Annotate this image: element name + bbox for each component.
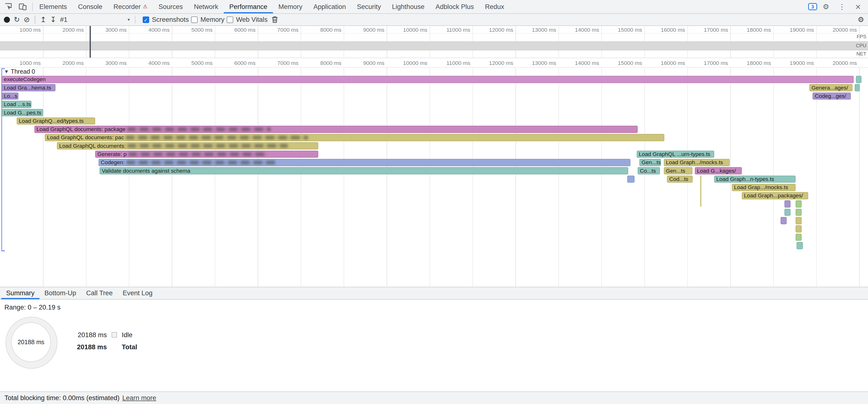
time-label: 12000 ms [474,27,513,33]
flame-bar-load-grap-mocks-ts[interactable]: Load Grap.../mocks.ts [732,184,796,191]
tab-recorder[interactable]: Recorder⚠ [108,0,153,13]
time-label: 19000 ms [775,27,814,33]
flame-bar[interactable] [784,200,790,208]
save-profile-button[interactable]: ↧ [50,16,56,23]
load-profile-button[interactable]: ↥ [40,16,46,23]
tab-elements[interactable]: Elements [34,0,72,13]
settings-gear-icon[interactable]: ⚙ [819,0,833,13]
flame-bar[interactable] [796,225,802,232]
flame-bar-codeg-ges[interactable]: Codeg...ges/ [812,93,851,100]
tab-application[interactable]: Application [308,0,351,13]
timeline-overview[interactable]: 1000 ms2000 ms3000 ms4000 ms5000 ms6000 … [0,26,868,58]
flame-bar-load-s-ts[interactable]: Load ...s.ts [2,101,31,108]
flame-chart[interactable]: ▼ Thread 0 executeCodegenLoad Gra...hema… [0,68,868,287]
flame-bar[interactable] [855,84,860,91]
more-options-icon[interactable]: ⋮ [835,0,849,13]
time-label: 8000 ms [303,27,341,33]
tab-sources[interactable]: Sources [153,0,188,13]
record-button[interactable] [4,17,10,23]
tab-summary[interactable]: Summary [1,287,39,299]
tab-adblock-plus[interactable]: Adblock Plus [430,0,479,13]
flame-bar-generate-p[interactable]: Generate: p [95,151,318,158]
flame-bar-codegen[interactable]: Codegen: [99,159,631,166]
flame-bar[interactable] [781,217,786,224]
summary-legend: 20188 msIdle20188 msTotal [73,331,137,351]
console-messages-badge[interactable]: 3 [808,3,817,10]
checkbox-box[interactable]: ✓ [143,17,149,23]
time-label: 7000 ms [259,60,299,66]
time-label: 14000 ms [560,27,599,33]
checkbox-web-vitals[interactable]: Web Vitals [227,16,268,24]
flame-bar[interactable] [784,209,790,216]
time-label: 14000 ms [560,60,599,66]
tab-call-tree[interactable]: Call Tree [81,287,118,299]
time-label: 13000 ms [518,27,556,33]
flame-bar-load-graphql-documents-pac[interactable]: Load GraphQL documents: pac [45,134,664,141]
flame-bar-label: Load Graph...n-types.ts [715,176,774,182]
flame-bar-label: Load GraphQ...ed/types.ts [17,118,84,124]
capture-settings-gear-icon[interactable]: ⚙ [858,16,864,23]
flame-bar-gen-ts[interactable]: Gen...ts [640,159,661,166]
thread-header[interactable]: ▼ Thread 0 [0,68,35,76]
tab-performance[interactable]: Performance [224,0,273,13]
tab-lighthouse[interactable]: Lighthouse [386,0,430,13]
checkbox-memory[interactable]: Memory [191,16,224,24]
tab-network[interactable]: Network [188,0,224,13]
time-label: 10000 ms [389,27,428,33]
history-select[interactable]: #1 ▾ [60,16,130,24]
flame-bar[interactable] [796,200,802,208]
time-label: 11000 ms [432,60,470,66]
checkbox-box[interactable] [191,17,197,23]
flame-bar-load-graphq-ed-types-ts[interactable]: Load GraphQ...ed/types.ts [17,118,95,125]
expand-triangle-icon: ▼ [5,70,8,74]
flame-bar-load-g-pes-ts[interactable]: Load G...pes.ts [2,109,43,116]
tab-memory[interactable]: Memory [273,0,308,13]
summary-legend-row: 20188 msTotal [73,343,137,351]
flame-bar-load-g-kages[interactable]: Load G...kages/ [695,167,742,175]
redacted-text [126,161,276,164]
flame-bar-label: Genera...ages/ [810,85,848,91]
flame-bar-load-graphql-documents-package[interactable]: Load GraphQL documents: package [34,126,638,133]
checkbox-box[interactable] [227,17,233,23]
flame-bar[interactable] [797,242,803,249]
flame-bar[interactable] [796,209,802,216]
reload-record-button[interactable]: ↻ [14,16,20,23]
checkbox-screenshots[interactable]: ✓Screenshots [143,16,189,24]
tab-event-log[interactable]: Event Log [118,287,158,299]
device-toolbar-button[interactable] [16,0,30,13]
flame-bar-validate-documents-against-schema[interactable]: Validate documents against schema [99,167,628,175]
tab-console[interactable]: Console [72,0,108,13]
flame-bar-load-graphql-documents[interactable]: Load GraphQL documents: [57,142,318,150]
flame-bar-genera-ages[interactable]: Genera...ages/ [809,84,852,91]
flame-bar[interactable] [796,234,802,241]
tab-label: Recorder [113,3,141,11]
flame-bar-lo-s[interactable]: Lo...s [2,93,19,100]
gridline [472,68,473,287]
lane-label-cpu: CPU [856,43,866,49]
gridline [859,68,860,287]
flame-bar-load-graphql-urn-types-ts[interactable]: Load GraphQL ...urn-types.ts [637,151,714,158]
flame-bar-co-ts[interactable]: Co...ts [638,167,660,175]
flame-bar-load-graph-mocks-ts[interactable]: Load Graph.../mocks.ts [664,159,730,166]
flame-bar-label: Load ...s.ts [2,101,31,107]
flame-bar-cod-ts[interactable]: Cod...ts [667,176,692,183]
clear-button[interactable]: ⊘ [24,16,30,23]
learn-more-link[interactable]: Learn more [122,394,156,402]
flame-bar[interactable] [856,76,862,83]
inspect-element-button[interactable] [1,0,16,13]
flame-bar-load-gra-hema-ts[interactable]: Load Gra...hema.ts [2,84,56,91]
tab-security[interactable]: Security [351,0,386,13]
flame-bar-load-graph-packages[interactable]: Load Graph...packages/ [742,192,808,199]
trash-button[interactable] [272,16,278,23]
flame-bar-gen-ts[interactable]: Gen...ts [664,167,693,175]
tab-bottom-up[interactable]: Bottom-Up [39,287,81,299]
time-label: 16000 ms [646,60,685,66]
tab-redux[interactable]: Redux [479,0,510,13]
flame-bar-load-graph-n-types-ts[interactable]: Load Graph...n-types.ts [714,176,796,183]
time-label: 7000 ms [259,27,299,33]
flame-bar[interactable] [796,217,802,224]
flame-bar-executecodegen[interactable]: executeCodegen [2,76,854,83]
flame-bar[interactable] [627,176,634,183]
time-label: 18000 ms [733,27,771,33]
close-icon[interactable]: × [851,0,865,13]
